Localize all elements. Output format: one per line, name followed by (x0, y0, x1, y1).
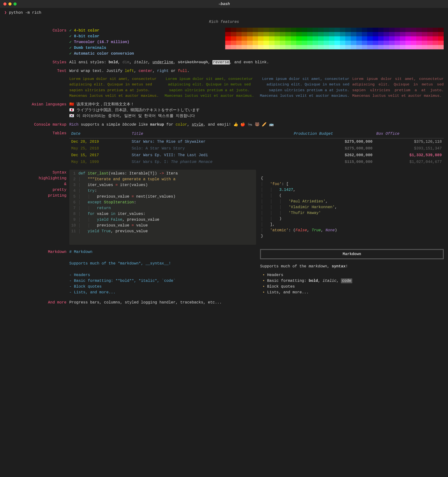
lorem-grid: Lorem ipsum dolor sit amet, consectetur … (69, 76, 444, 99)
colors-list: ✓ 4-bit color ✓ 8-bit color ✓ Truecolor … (69, 28, 225, 57)
code-line: 8│ for value in iter_values: (71, 211, 254, 217)
t: , (187, 122, 192, 127)
th-date: Date (69, 130, 130, 138)
justify-center: center (139, 69, 153, 73)
cell-box: $393,151,347 (374, 145, 444, 152)
code-line: 1def iter_last(values: Iterable[T]) -> I… (71, 171, 254, 176)
check-icon: ✓ (69, 28, 72, 33)
s: 'Thufir Haway' (288, 211, 321, 215)
num: 3.1427 (279, 188, 293, 192)
markup-bold: markup (150, 122, 164, 127)
md-l: - Basic formatting: **bold**, *italic*, … (69, 278, 253, 284)
lorem-center: Lorem ipsum dolor sit amet, consectetur … (164, 76, 255, 99)
cell-box: $1,027,044,677 (374, 159, 444, 165)
prompt-line: ❯ python -m rich (4, 10, 444, 16)
li: Block quotes (262, 284, 444, 290)
c: code (341, 278, 352, 283)
markup-color: color (176, 122, 187, 127)
th-budget: Production Budget (292, 130, 374, 138)
md-b: syntax (332, 264, 346, 269)
justify-right: right (157, 69, 169, 73)
check-icon: ✓ (69, 52, 72, 56)
markdown-render: Markdown Supports much of the markdown, … (260, 249, 444, 295)
window-title: -bash (218, 1, 230, 7)
markdown-row: Markdown # Markdown Supports much of the… (4, 249, 444, 295)
more-row: And more Progress bars, columns, styled … (4, 300, 444, 305)
label-colors: Colors (4, 28, 69, 57)
code-line: 3│ iter_values = iter(values) (71, 182, 254, 188)
maximize-icon[interactable] (13, 2, 17, 6)
pretty-block: { │ 'foo': [ │ │ 3.1427, │ │ ( │ │ │ 'Pa… (261, 170, 444, 245)
text-or: or (169, 69, 178, 73)
movie-table: Date Title Production Budget Box Office … (69, 130, 444, 165)
markup-emoji: 👍 🍎 🐜 🐻 🥖 🚌 (233, 122, 274, 127)
label-tables: Tables (4, 130, 69, 165)
t: , and emoji! (203, 122, 233, 127)
styles-prefix: All ansi styles: (69, 60, 109, 64)
cell-box: $1,332,539,889 (374, 152, 444, 159)
style-underline: underline (153, 60, 173, 64)
styles-row: Styles All ansi styles: bold, dim, itali… (4, 59, 444, 65)
tables-row: Tables Date Title Production Budget Box … (4, 130, 444, 165)
cell-budget: $275,000,000 (292, 138, 374, 145)
cell-title: Star Wars: The Rise of Skywalker (130, 138, 292, 145)
md-l: - Lists, and more... (69, 290, 253, 295)
li: Lists, and more... (262, 290, 444, 295)
markup-style: style (192, 122, 203, 127)
cell-budget: $275,000,000 (292, 145, 374, 152)
style-strike: strikethrough (178, 60, 208, 64)
t: for (164, 122, 176, 127)
asian-jp: 🇯🇵 ライブラリは中国語、日本語、韓国語のテキストをサポートしています (69, 107, 444, 113)
label-markup: Console markup (4, 122, 69, 128)
md-l: - Headers (69, 272, 253, 278)
minimize-icon[interactable] (8, 2, 12, 6)
key: 'foo' (270, 182, 282, 186)
text-justify-line: Word wrap text. Justify left, center, ri… (69, 68, 444, 74)
label-asian: Asian languages (4, 102, 69, 119)
code-line: 10│ │ previous_value = value (71, 223, 254, 228)
md-l: - Block quotes (69, 284, 253, 290)
key: 'atomic' (270, 228, 288, 232)
label-more: And more (4, 300, 69, 305)
command: python -m rich (9, 11, 41, 15)
cell-date: May 19, 1999 (69, 159, 130, 165)
code-line: 4│ try: (71, 188, 254, 194)
cell-date: Dec 20, 2019 (69, 138, 130, 145)
label-markdown: Markdown (4, 249, 69, 295)
li: Headers (262, 272, 444, 278)
t: ! (346, 264, 348, 269)
close-icon[interactable] (3, 2, 6, 6)
color-8bit: 8-bit color (74, 34, 99, 39)
t: like (136, 122, 150, 127)
code-line: 2│ """Iterate and generate a tuple with … (71, 176, 254, 182)
colors-row: Colors ✓ 4-bit color ✓ 8-bit color ✓ Tru… (4, 28, 444, 57)
style-dim: dim (122, 60, 129, 64)
check-icon: ✓ (69, 40, 72, 44)
prompt-symbol: ❯ (4, 11, 7, 15)
th-box: Box Office (374, 130, 444, 138)
color-dumb: Dumb terminals (74, 46, 106, 50)
s: 'Paul Atriedies' (288, 199, 326, 204)
style-bold: bold (109, 60, 118, 64)
code-block: 1def iter_last(values: Iterable[T]) -> I… (69, 170, 256, 245)
cell-date: Dec 15, 2017 (69, 152, 130, 159)
label-syntax: Syntaxhighlighting&prettyprinting (4, 170, 69, 245)
v: None (326, 228, 335, 232)
terminal-content[interactable]: ❯ python -m rich Rich features Colors ✓ … (0, 8, 448, 315)
styles-demo: All ansi styles: bold, dim, italic, unde… (69, 59, 444, 65)
more-text: Progress bars, columns, styled logging h… (69, 300, 444, 305)
cell-budget: $115,000,000 (292, 159, 374, 165)
md-text: Supports much of the markdown, syntax! (260, 264, 444, 269)
i: italic (323, 279, 337, 283)
md-h1: # Markdown (69, 249, 253, 255)
t: supports a simple (78, 122, 122, 127)
s: 'Vladimir Harkonnen' (288, 205, 335, 209)
t: Basic formatting: (267, 279, 309, 283)
lorem-right: Lorem ipsum dolor sit amet, consectetur … (258, 76, 349, 99)
titlebar: -bash (0, 0, 448, 8)
color-4bit: 4-bit color (74, 28, 99, 33)
lorem-left: Lorem ipsum dolor sit amet, consectetur … (69, 76, 161, 99)
label-styles: Styles (4, 59, 69, 65)
style-italic: italic (134, 60, 148, 64)
markup-row: Console markup Rich supports a simple bb… (4, 122, 444, 128)
